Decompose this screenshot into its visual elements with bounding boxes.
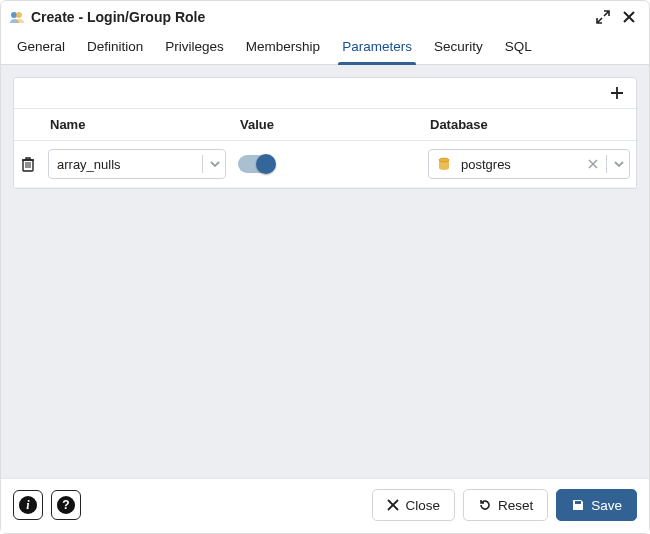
col-header-database: Database xyxy=(422,117,636,132)
info-icon: i xyxy=(19,496,37,514)
save-icon xyxy=(571,498,585,512)
create-role-dialog: Create - Login/Group Role General Defini… xyxy=(0,0,650,534)
database-select[interactable]: postgres xyxy=(428,149,630,179)
dialog-titlebar: Create - Login/Group Role xyxy=(1,1,649,31)
close-button[interactable]: Close xyxy=(372,489,455,521)
tab-definition[interactable]: Definition xyxy=(85,31,145,64)
tab-membership[interactable]: Membership xyxy=(244,31,322,64)
tab-privileges[interactable]: Privileges xyxy=(163,31,226,64)
parameters-panel: Name Value Database array_nulls xyxy=(13,77,637,189)
delete-row-button[interactable] xyxy=(14,156,42,172)
database-select-value: postgres xyxy=(461,157,580,172)
dialog-body: Name Value Database array_nulls xyxy=(1,65,649,478)
tab-sql[interactable]: SQL xyxy=(503,31,534,64)
table-row: array_nulls xyxy=(14,141,636,188)
value-toggle[interactable] xyxy=(238,155,274,173)
tab-security[interactable]: Security xyxy=(432,31,485,64)
close-icon xyxy=(387,499,399,511)
name-select[interactable]: array_nulls xyxy=(48,149,226,179)
add-row-button[interactable] xyxy=(606,82,628,104)
col-header-name: Name xyxy=(42,117,232,132)
save-button-label: Save xyxy=(591,498,622,513)
role-icon xyxy=(9,9,25,25)
panel-toolbar xyxy=(14,78,636,109)
info-button[interactable]: i xyxy=(13,490,43,520)
chevron-down-icon xyxy=(613,158,625,170)
col-header-value: Value xyxy=(232,117,422,132)
expand-icon[interactable] xyxy=(593,7,613,27)
close-icon[interactable] xyxy=(619,7,639,27)
clear-database-button[interactable] xyxy=(586,157,600,172)
toggle-knob xyxy=(256,154,276,174)
help-icon: ? xyxy=(57,496,75,514)
dialog-footer: i ? Close Reset Save xyxy=(1,478,649,533)
save-button[interactable]: Save xyxy=(556,489,637,521)
name-select-value: array_nulls xyxy=(57,157,196,172)
tab-general[interactable]: General xyxy=(15,31,67,64)
close-button-label: Close xyxy=(405,498,440,513)
help-button[interactable]: ? xyxy=(51,490,81,520)
tab-parameters[interactable]: Parameters xyxy=(340,31,414,64)
chevron-down-icon xyxy=(209,158,221,170)
tab-bar: General Definition Privileges Membership… xyxy=(1,31,649,65)
svg-point-1 xyxy=(16,12,22,18)
dialog-title: Create - Login/Group Role xyxy=(31,9,205,25)
reset-button[interactable]: Reset xyxy=(463,489,548,521)
reset-icon xyxy=(478,498,492,512)
database-icon xyxy=(437,157,451,171)
reset-button-label: Reset xyxy=(498,498,533,513)
grid-header-row: Name Value Database xyxy=(14,109,636,141)
